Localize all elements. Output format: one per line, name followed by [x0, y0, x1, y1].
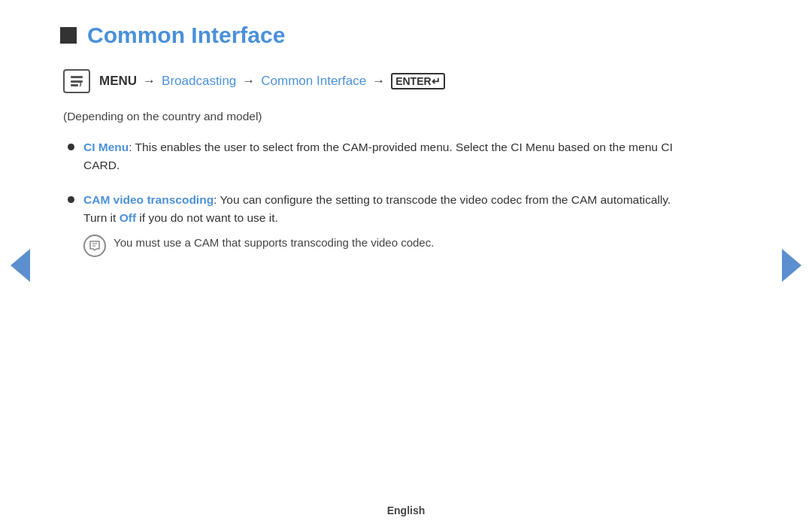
breadcrumb-arrow-2: →: [242, 74, 255, 89]
ci-menu-label: CI Menu: [83, 141, 129, 153]
subtitle: (Depending on the country and model): [60, 110, 677, 123]
page-title: Common Interface: [87, 23, 285, 48]
enter-icon: ENTER↵: [391, 73, 444, 89]
breadcrumb-arrow-1: →: [143, 74, 156, 89]
cam-video-label: CAM video transcoding: [83, 193, 214, 206]
ci-menu-text: : This enables the user to select from t…: [83, 141, 673, 171]
svg-rect-2: [71, 84, 78, 86]
note-text: You must use a CAM that supports transco…: [114, 235, 434, 252]
page-title-row: Common Interface: [60, 23, 677, 48]
bullet-1-content: CI Menu: This enables the user to select…: [83, 138, 677, 174]
breadcrumb-common-interface: Common Interface: [261, 74, 366, 89]
bullet-dot-icon: [68, 196, 74, 203]
main-content: Common Interface MENU → Broadcasting → C…: [0, 0, 737, 296]
bullet-dot-icon: [68, 144, 74, 150]
breadcrumb-menu-label: MENU: [99, 74, 137, 89]
breadcrumb-enter: ENTER↵: [391, 73, 444, 89]
list-item: CAM video transcoding: You can configure…: [68, 191, 677, 257]
note-icon: [83, 235, 106, 257]
svg-rect-0: [71, 76, 83, 78]
list-item: CI Menu: This enables the user to select…: [68, 138, 677, 174]
nav-left-button[interactable]: [11, 249, 30, 282]
breadcrumb-arrow-3: →: [372, 74, 385, 89]
svg-rect-1: [71, 80, 83, 83]
breadcrumb-broadcasting: Broadcasting: [162, 74, 236, 89]
cam-video-text-after: if you do not want to use it.: [136, 211, 278, 224]
off-word: Off: [120, 211, 136, 224]
nav-right-button[interactable]: [782, 249, 801, 282]
breadcrumb: MENU → Broadcasting → Common Interface →…: [60, 69, 677, 93]
footer-language: English: [387, 504, 426, 516]
bullet-list: CI Menu: This enables the user to select…: [60, 138, 677, 257]
title-square-icon: [60, 27, 77, 44]
menu-icon: [63, 69, 90, 93]
note-row: You must use a CAM that supports transco…: [83, 235, 677, 257]
bullet-2-content: CAM video transcoding: You can configure…: [83, 191, 677, 257]
